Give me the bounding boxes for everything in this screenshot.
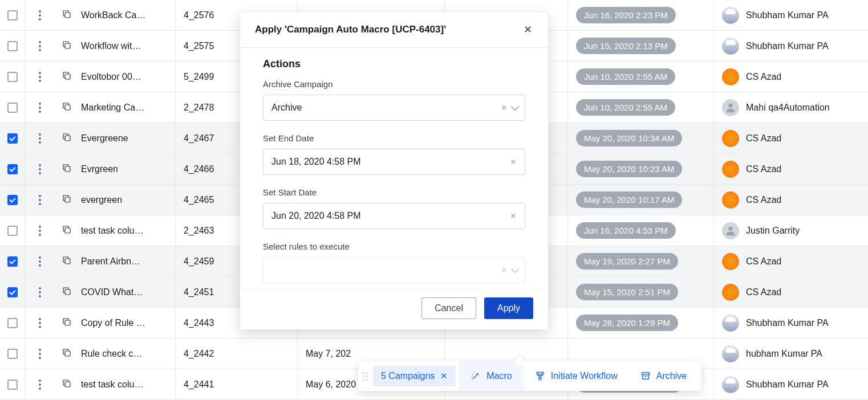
clear-icon[interactable]: ✕ (510, 211, 517, 221)
kebab-icon[interactable] (39, 72, 41, 82)
svg-rect-6 (65, 166, 70, 172)
date-pill: May 15, 2020 2:51 PM (576, 284, 678, 300)
copy-icon[interactable] (62, 9, 72, 21)
avatar (722, 345, 739, 362)
row-checkbox[interactable] (7, 226, 18, 236)
kebab-icon[interactable] (39, 318, 41, 328)
campaign-name[interactable]: Copy of Rule … (79, 308, 176, 338)
avatar (722, 253, 739, 270)
kebab-icon[interactable] (39, 10, 41, 21)
kebab-icon[interactable] (39, 287, 41, 297)
clear-icon[interactable]: ✕ (510, 157, 517, 166)
copy-icon[interactable] (62, 225, 72, 236)
kebab-icon[interactable] (39, 256, 41, 267)
row-checkbox[interactable] (7, 10, 18, 21)
svg-rect-13 (65, 351, 70, 356)
copy-icon[interactable] (62, 71, 72, 83)
campaign-name[interactable]: Evrgreen (79, 154, 176, 184)
svg-rect-1 (65, 43, 70, 48)
row-checkbox[interactable] (7, 133, 18, 144)
selection-toolbar: 5 Campaigns ✕ Macro Initiate Workflow Ar… (358, 361, 701, 391)
drag-handle-icon[interactable] (358, 372, 372, 381)
campaign-name[interactable]: WorkBack Ca… (79, 0, 176, 30)
campaign-name[interactable]: Rule check c… (79, 338, 176, 369)
selection-count-label: 5 Campaigns (381, 371, 435, 381)
copy-icon[interactable] (62, 40, 72, 52)
kebab-icon[interactable] (39, 379, 41, 390)
date-pill: Jun 16, 2020 4:53 PM (576, 222, 676, 239)
avatar (722, 7, 739, 24)
row-checkbox[interactable] (7, 256, 18, 267)
svg-rect-0 (65, 13, 70, 18)
copy-icon[interactable] (62, 163, 72, 175)
start-date-input[interactable]: Jun 20, 2020 4:58 PM ✕ (263, 203, 525, 229)
clear-icon[interactable]: ✕ (501, 266, 508, 275)
row-checkbox[interactable] (7, 287, 18, 297)
end-date-input[interactable]: Jun 18, 2020 4:58 PM ✕ (263, 149, 525, 175)
campaign-name[interactable]: COVID What… (79, 277, 176, 307)
clear-icon[interactable]: ✕ (501, 103, 508, 112)
row-checkbox[interactable] (7, 41, 18, 51)
campaign-name[interactable]: evergreen (79, 185, 176, 215)
kebab-icon[interactable] (39, 103, 41, 113)
actions-heading: Actions (263, 58, 525, 70)
copy-icon[interactable] (62, 255, 72, 267)
cancel-button[interactable]: Cancel (421, 297, 476, 319)
apply-button[interactable]: Apply (484, 297, 533, 319)
date-pill: May 20, 2020 10:17 AM (576, 191, 682, 208)
avatar (722, 99, 739, 116)
copy-icon[interactable] (62, 317, 72, 329)
avatar (722, 284, 739, 301)
select-rules-select[interactable]: ✕ (263, 257, 525, 283)
campaign-name[interactable]: Marketing Ca… (79, 92, 176, 123)
row-checkbox[interactable] (7, 103, 18, 113)
copy-icon[interactable] (62, 101, 72, 113)
start-date-value: Jun 20, 2020 4:58 PM (271, 211, 361, 221)
svg-rect-16 (541, 372, 543, 374)
campaign-name[interactable]: Workflow wit… (79, 31, 176, 61)
copy-icon[interactable] (62, 194, 72, 206)
date-pill: May 20, 2020 10:34 AM (576, 130, 682, 146)
initiate-workflow-button[interactable]: Initiate Workflow (524, 361, 629, 391)
row-checkbox[interactable] (7, 379, 18, 390)
owner-name: Shubham Kumar PA (746, 318, 829, 328)
kebab-icon[interactable] (39, 164, 41, 174)
campaign-name[interactable]: test task colu… (79, 215, 176, 246)
campaign-name[interactable]: Evergreene (79, 123, 176, 153)
row-checkbox[interactable] (7, 164, 18, 174)
svg-rect-5 (65, 136, 70, 141)
workflow-label: Initiate Workflow (551, 371, 618, 381)
copy-icon[interactable] (62, 286, 72, 298)
archive-campaign-select[interactable]: Archive ✕ (263, 95, 525, 121)
close-icon[interactable]: ✕ (522, 23, 533, 36)
campaign-name[interactable]: Evoltobor 00… (79, 62, 176, 92)
owner-name: Shubham Kumar PA (746, 379, 829, 390)
kebab-icon[interactable] (39, 349, 41, 359)
kebab-icon[interactable] (39, 41, 41, 51)
campaign-name[interactable]: Parent Airbn… (79, 246, 176, 276)
svg-rect-15 (537, 372, 540, 374)
archive-campaign-value: Archive (271, 103, 302, 113)
copy-icon[interactable] (62, 378, 72, 390)
date-pill: Jun 10, 2020 2:55 AM (576, 68, 675, 85)
row-checkbox[interactable] (7, 72, 18, 82)
campaign-name[interactable]: test task colu… (79, 369, 176, 399)
copy-icon[interactable] (62, 132, 72, 144)
date-pill: Jun 16, 2020 2:23 PM (576, 7, 676, 23)
row-checkbox[interactable] (7, 349, 18, 359)
clear-selection-icon[interactable]: ✕ (440, 371, 448, 381)
copy-icon[interactable] (62, 348, 72, 360)
workflow-icon (535, 371, 545, 381)
avatar (722, 315, 739, 332)
kebab-icon[interactable] (39, 133, 41, 144)
campaign-id: 4_2441 (176, 369, 298, 399)
row-checkbox[interactable] (7, 318, 18, 328)
svg-rect-17 (538, 377, 541, 379)
row-checkbox[interactable] (7, 195, 18, 205)
kebab-icon[interactable] (39, 226, 41, 236)
set-end-date-label: Set End Date (263, 133, 525, 143)
kebab-icon[interactable] (39, 195, 41, 205)
owner-name: CS Azad (746, 72, 781, 82)
archive-button[interactable]: Archive (629, 361, 701, 391)
macro-button[interactable]: Macro (459, 361, 523, 391)
